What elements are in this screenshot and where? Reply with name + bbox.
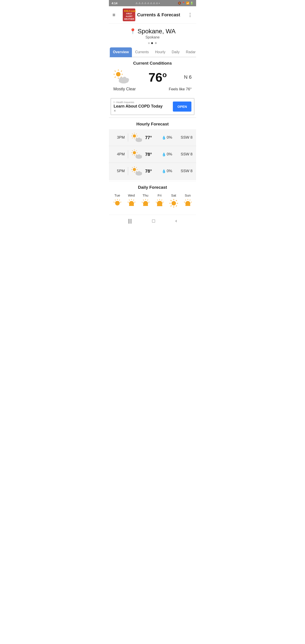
drop-icon-1: 💧 — [162, 136, 166, 140]
dot-add[interactable]: + — [155, 41, 157, 45]
daily-col-sat: Sat — [169, 194, 178, 208]
ad-main-text: Learn About COPD Today — [114, 104, 173, 109]
svg-line-89 — [184, 202, 185, 202]
hour-divider-1 — [128, 134, 128, 142]
svg-line-55 — [120, 202, 121, 202]
svg-line-6 — [115, 77, 116, 78]
location-pin-icon: 📍 — [130, 28, 136, 34]
hour-wind-2: SSW 8 — [178, 152, 192, 156]
nav-back-arrow[interactable]: ‹ — [175, 218, 177, 224]
daily-forecast-section: Daily Forecast Tue Wed — [109, 181, 196, 215]
conditions-bottom-row: Mostly Clear Feels like 76° — [113, 86, 192, 92]
daily-icon-sat — [169, 198, 178, 208]
logo-line2: FIRST ALERT — [124, 12, 134, 18]
svg-line-54 — [119, 200, 120, 200]
current-conditions-section: Current Conditions — [109, 57, 196, 96]
drop-icon-2: 💧 — [162, 152, 166, 156]
hourly-forecast-title: Hourly Forecast — [109, 118, 196, 129]
daily-col-thu: Thu — [141, 194, 150, 208]
tab-radar[interactable]: Radar — [183, 48, 196, 57]
location-name: 📍 Spokane, WA — [112, 28, 192, 35]
current-condition-label: Mostly Clear — [113, 87, 136, 92]
conditions-main-row: 76o N 6 — [113, 68, 192, 86]
daily-day-fri: Fri — [158, 194, 162, 197]
ad-close-x[interactable]: ✕ — [114, 109, 173, 112]
hourly-row-3pm: 3PM 77° — [109, 129, 196, 146]
svg-line-19 — [132, 138, 132, 138]
hour-wind-1: SSW 8 — [178, 135, 192, 140]
hour-temp-1: 77° — [145, 135, 162, 140]
svg-line-31 — [136, 150, 136, 151]
tab-hourly[interactable]: Hourly — [152, 48, 168, 57]
ad-content: ▷ Health Inqueries Learn About COPD Toda… — [114, 100, 173, 112]
svg-line-44 — [136, 167, 136, 168]
hour-time-3: 5PM — [112, 169, 125, 173]
ad-play-icon: ▷ — [114, 100, 116, 104]
daily-icon-sun — [183, 198, 192, 208]
status-time: 4:14 — [112, 2, 118, 5]
svg-point-51 — [140, 172, 142, 174]
tab-overview[interactable]: Overview — [110, 48, 132, 57]
svg-point-38 — [140, 155, 142, 158]
svg-line-88 — [191, 202, 192, 202]
svg-point-47 — [133, 168, 136, 171]
daily-forecast-title: Daily Forecast — [109, 181, 196, 192]
status-alerts: ⚠ ⚠ ⚠ ⚠ ⚠ ⚠ ⚠ ⚠ • — [136, 2, 160, 5]
svg-line-4 — [115, 71, 116, 72]
tab-currents[interactable]: Currents — [132, 48, 152, 57]
daily-day-sat: Sat — [171, 194, 176, 197]
svg-line-5 — [121, 71, 122, 72]
hour-icon-2 — [131, 150, 143, 159]
dot-1[interactable] — [148, 42, 150, 44]
current-conditions-title: Current Conditions — [113, 57, 192, 68]
tab-daily[interactable]: Daily — [168, 48, 183, 57]
tab-bar: Overview Currents Hourly Daily Radar › — [109, 48, 196, 57]
more-button[interactable]: ⋮ — [188, 12, 192, 18]
ad-small-text: ▷ Health Inqueries — [114, 100, 173, 104]
location-sub: Spokane — [112, 35, 192, 39]
svg-line-32 — [132, 154, 132, 155]
hour-temp-2: 78° — [145, 152, 162, 157]
dot-2-active[interactable] — [151, 42, 153, 44]
svg-line-81 — [170, 200, 172, 201]
hour-precip-2: 💧 0% — [162, 152, 178, 156]
svg-line-75 — [157, 200, 158, 200]
svg-point-34 — [133, 151, 136, 154]
hour-divider-3 — [128, 167, 128, 175]
pagination-dots: + — [112, 41, 192, 45]
nav-home-button[interactable]: □ — [152, 218, 155, 224]
svg-line-18 — [136, 134, 136, 134]
logo-title-group: KXLY.com FIRST ALERT WEATHER Currents & … — [123, 8, 180, 21]
current-weather-icon — [113, 69, 131, 85]
svg-line-90 — [185, 200, 186, 200]
ad-open-button[interactable]: OPEN — [173, 102, 192, 112]
menu-button[interactable]: ≡ — [112, 12, 116, 18]
daily-icon-fri — [155, 198, 164, 208]
svg-line-62 — [128, 202, 128, 202]
daily-icon-tue — [113, 198, 122, 208]
svg-point-21 — [133, 134, 136, 138]
nav-back-button[interactable]: ||| — [128, 218, 132, 224]
svg-line-74 — [156, 202, 157, 202]
daily-day-thu: Thu — [143, 194, 148, 197]
hourly-row-4pm: 4PM 78° — [109, 146, 196, 163]
svg-line-30 — [132, 150, 132, 151]
location-section: 📍 Spokane, WA Spokane + — [109, 24, 196, 48]
svg-line-56 — [114, 202, 114, 202]
svg-line-83 — [170, 206, 172, 206]
svg-line-82 — [176, 200, 177, 201]
svg-line-45 — [132, 171, 132, 172]
svg-line-43 — [132, 167, 132, 168]
svg-line-73 — [162, 202, 164, 202]
daily-icon-thu — [141, 198, 150, 208]
drop-icon-3: 💧 — [162, 169, 166, 173]
svg-point-12 — [126, 78, 129, 82]
svg-line-61 — [134, 202, 135, 202]
daily-icon-wed — [127, 198, 136, 208]
hour-icon-1 — [131, 133, 143, 142]
svg-line-72 — [162, 200, 162, 200]
page-title: Currents & Forecast — [137, 12, 180, 18]
logo-kxly: KXLY.com — [124, 10, 134, 12]
svg-line-17 — [132, 134, 132, 134]
hour-time-1: 3PM — [112, 135, 125, 140]
